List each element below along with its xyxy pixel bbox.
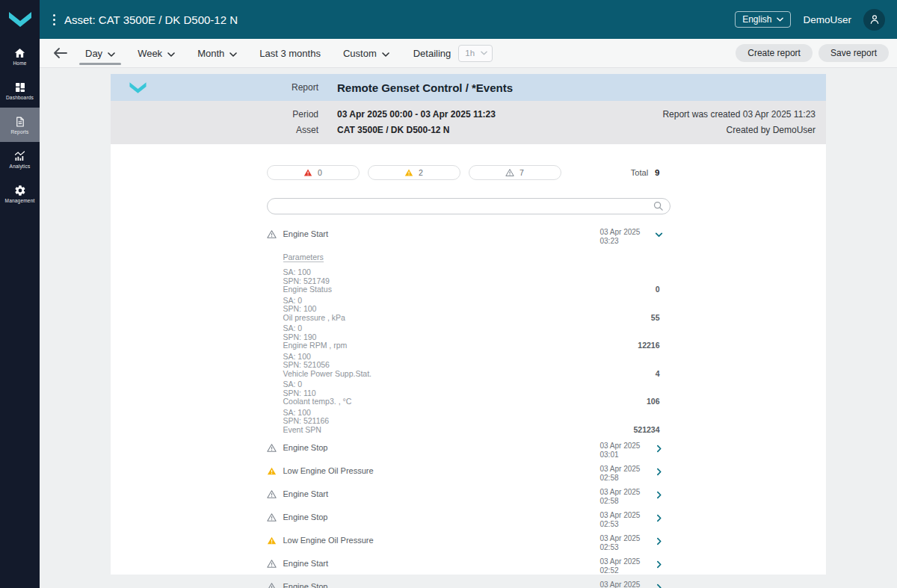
top-header: Asset: CAT 3500E / DK D500-12 N English … <box>40 0 897 39</box>
asset-row: Asset CAT 3500E / DK D500-12 N Created b… <box>111 123 826 137</box>
report-brand-logo <box>129 81 215 94</box>
dashboards-icon <box>14 81 26 93</box>
event-datetime: 03 Apr 202503:01 <box>600 442 648 459</box>
create-report-button[interactable]: Create report <box>736 44 813 62</box>
chevron-down-icon[interactable] <box>648 228 671 240</box>
back-button[interactable] <box>53 48 67 58</box>
event-datetime: 03 Apr 202502:52 <box>600 581 648 588</box>
chevron-right-icon[interactable] <box>648 557 671 569</box>
severity-filter-warning[interactable]: 2 <box>368 165 460 180</box>
language-select[interactable]: English <box>735 11 791 28</box>
home-icon <box>13 47 26 59</box>
event-row[interactable]: Engine Start03 Apr 202503:23 <box>267 225 671 248</box>
user-icon <box>869 13 881 25</box>
app-root: HomeDashboardsReportsAnalyticsManagement… <box>0 0 897 588</box>
report-title: Remote Genset Control / *Events <box>337 81 513 94</box>
report-header-band: Report Remote Genset Control / *Events <box>111 74 826 101</box>
parameter-lines: SA: 100SPN: 521056Vehicle Power Supp.Sta… <box>283 353 656 379</box>
event-row[interactable]: Engine Stop03 Apr 202502:53 <box>267 508 671 531</box>
chevron-down-icon <box>229 48 237 59</box>
search-input[interactable] <box>267 198 671 214</box>
tab-week[interactable]: Week <box>136 41 176 66</box>
chevron-right-icon[interactable] <box>648 442 671 454</box>
event-row[interactable]: Engine Stop03 Apr 202502:52 <box>267 578 671 588</box>
event-name: Low Engine Oil Pressure <box>283 534 600 545</box>
parameter-value: 4 <box>656 370 671 379</box>
tab-last-3-months[interactable]: Last 3 months <box>258 41 322 66</box>
sidebar-item-dashboards[interactable]: Dashboards <box>0 73 40 108</box>
tab-month[interactable]: Month <box>196 41 238 66</box>
info-warning-icon <box>267 511 277 525</box>
tab-day[interactable]: Day <box>84 41 117 66</box>
parameter-value: 521234 <box>633 426 670 435</box>
event-item: Engine Start03 Apr 202503:23ParametersSA… <box>267 225 671 434</box>
main-column: Asset: CAT 3500E / DK D500-12 N English … <box>40 0 897 588</box>
user-name: DemoUser <box>803 14 851 25</box>
sidebar-item-home[interactable]: Home <box>0 39 40 73</box>
sidebar-item-reports[interactable]: Reports <box>0 108 40 142</box>
critical-warning-icon <box>303 168 312 177</box>
detailing-select[interactable]: 1h <box>458 45 493 62</box>
severity-filter-critical[interactable]: 0 <box>267 165 360 180</box>
kebab-menu-icon[interactable] <box>53 14 55 25</box>
tab-label: Day <box>85 48 102 59</box>
chevron-right-icon[interactable] <box>648 488 671 500</box>
severity-filter-info[interactable]: 7 <box>469 165 561 180</box>
parameter-group: SA: 0SPN: 190Engine RPM , rpm12216 <box>283 324 671 350</box>
sidebar-item-label: Home <box>13 61 26 66</box>
event-name: Engine Start <box>283 557 600 568</box>
parameter-group: SA: 100SPN: 521166Event SPN521234 <box>283 409 671 435</box>
event-datetime: 03 Apr 202503:23 <box>600 228 648 246</box>
event-item: Engine Stop03 Apr 202502:53 <box>267 508 671 531</box>
total-value: 9 <box>655 168 659 177</box>
tab-label: Week <box>138 48 162 59</box>
event-row[interactable]: Low Engine Oil Pressure03 Apr 202502:58 <box>267 462 671 485</box>
chevron-down-icon <box>777 17 783 22</box>
chevron-right-icon[interactable] <box>648 511 671 523</box>
event-name: Engine Stop <box>283 442 600 452</box>
chevron-right-icon[interactable] <box>648 581 671 588</box>
parameter-lines: SA: 0SPN: 100Oil pressure , kPa <box>283 297 651 323</box>
avatar[interactable] <box>863 9 885 31</box>
chevron-right-icon[interactable] <box>648 534 671 546</box>
event-datetime: 03 Apr 202502:58 <box>600 465 648 483</box>
search-box <box>267 198 671 214</box>
event-row[interactable]: Engine Stop03 Apr 202503:01 <box>267 439 671 462</box>
sidebar-item-analytics[interactable]: Analytics <box>0 142 40 176</box>
event-datetime: 03 Apr 202502:53 <box>600 534 648 552</box>
chevron-right-icon[interactable] <box>648 465 671 477</box>
info-warning-icon <box>267 488 277 502</box>
event-item: Low Engine Oil Pressure03 Apr 202502:58 <box>267 462 671 485</box>
parameter-lines: SA: 100SPN: 521166Event SPN <box>283 409 634 435</box>
parameter-value: 0 <box>656 285 671 294</box>
event-row[interactable]: Low Engine Oil Pressure03 Apr 202502:53 <box>267 531 671 554</box>
search-icon[interactable] <box>653 200 664 214</box>
chevron-down-icon <box>108 48 115 59</box>
sidebar-item-label: Analytics <box>10 164 31 169</box>
save-report-button[interactable]: Save report <box>819 44 889 62</box>
total-counter: Total 9 <box>631 168 671 177</box>
info-warning-icon <box>267 442 277 456</box>
brand-chevron-icon <box>7 11 33 28</box>
event-datetime: 03 Apr 202502:53 <box>600 511 648 529</box>
created-by-text: Created by DemoUser <box>727 123 826 137</box>
asset-label: Asset <box>111 123 318 137</box>
detailing-label: Detailing <box>413 48 451 59</box>
tab-label: Month <box>197 48 224 59</box>
event-row[interactable]: Engine Start03 Apr 202502:58 <box>267 485 671 508</box>
sidebar-item-management[interactable]: Management <box>0 176 40 211</box>
asset-title: Asset: CAT 3500E / DK D500-12 N <box>64 13 238 26</box>
parameter-group: SA: 100SPN: 521749Engine Status0 <box>283 268 671 294</box>
event-name: Low Engine Oil Pressure <box>283 465 600 475</box>
detailing-value: 1h <box>465 49 475 58</box>
event-row[interactable]: Engine Start03 Apr 202502:52 <box>267 554 671 578</box>
parameter-group: SA: 0SPN: 100Oil pressure , kPa55 <box>283 297 671 323</box>
parameter-group: SA: 100SPN: 521056Vehicle Power Supp.Sta… <box>283 353 671 379</box>
brand-logo[interactable] <box>0 0 40 39</box>
asset-value: CAT 3500E / DK D500-12 N <box>337 123 450 137</box>
event-name: Engine Stop <box>283 511 600 522</box>
chevron-down-icon <box>382 48 389 59</box>
toolbar-actions: Create report Save report <box>736 44 889 62</box>
tab-custom[interactable]: Custom <box>342 41 391 66</box>
parameters-link[interactable]: Parameters <box>283 253 324 262</box>
